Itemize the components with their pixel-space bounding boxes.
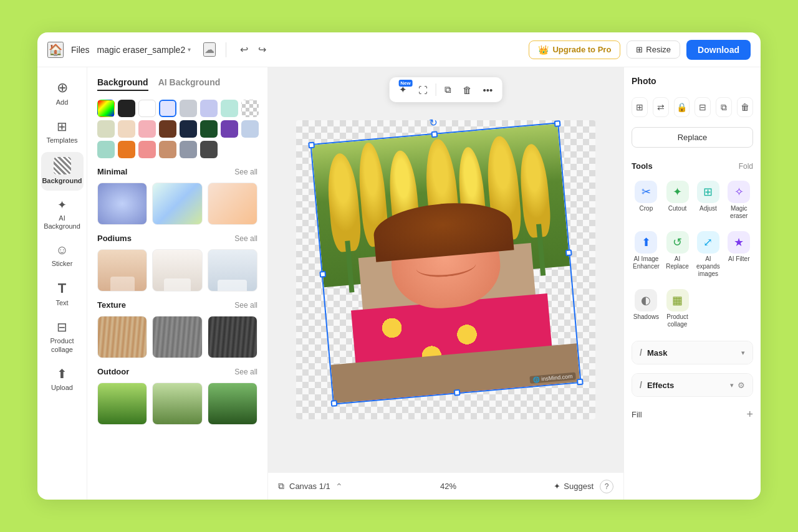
minimal-card-0[interactable] bbox=[97, 183, 147, 225]
swatch-orange[interactable] bbox=[118, 141, 135, 158]
texture-card-1[interactable] bbox=[152, 316, 202, 358]
tab-background[interactable]: Background bbox=[97, 77, 148, 91]
duplicate-button[interactable]: ⧉ bbox=[440, 81, 456, 98]
minimal-see-all[interactable]: See all bbox=[234, 168, 257, 176]
sidebar-item-background[interactable]: Background bbox=[41, 152, 84, 190]
tool-magic-eraser[interactable]: ✧ Magic eraser bbox=[725, 177, 753, 224]
swatch-slate[interactable] bbox=[180, 141, 197, 158]
swatch-lavender[interactable] bbox=[200, 100, 218, 117]
resize-handle-tl[interactable] bbox=[308, 142, 315, 149]
outdoor-card-0[interactable] bbox=[97, 382, 147, 425]
undo-button[interactable]: ↩ bbox=[236, 41, 252, 58]
swatch-brown[interactable] bbox=[159, 120, 176, 138]
tab-ai-background[interactable]: AI Background bbox=[158, 77, 221, 91]
ai-tool-button[interactable]: New ✦ bbox=[395, 81, 411, 98]
texture-see-all[interactable]: See all bbox=[234, 301, 257, 310]
resize-handle-mr[interactable] bbox=[565, 249, 572, 256]
tool-cutout[interactable]: ✦ Cutout bbox=[663, 177, 691, 224]
tool-adjust[interactable]: ⊞ Adjust bbox=[694, 177, 722, 224]
swatch-selected[interactable] bbox=[159, 100, 176, 117]
swatch-mint[interactable] bbox=[221, 100, 238, 117]
swatch-darkgreen[interactable] bbox=[200, 120, 218, 138]
swatch-pink[interactable] bbox=[138, 120, 156, 138]
podium-card-1[interactable] bbox=[152, 249, 202, 292]
sidebar-item-sticker[interactable]: ☺ Sticker bbox=[41, 238, 84, 273]
resize-button[interactable]: ⊞ Resize bbox=[627, 40, 680, 59]
podium-card-2[interactable] bbox=[208, 249, 257, 292]
swatch-purple[interactable] bbox=[221, 120, 238, 138]
fill-add-button[interactable]: + bbox=[746, 408, 753, 421]
resize-handle-bl[interactable] bbox=[330, 400, 337, 407]
tool-crop[interactable]: ✂ Crop bbox=[632, 177, 661, 224]
redo-button[interactable]: ↪ bbox=[254, 41, 270, 58]
sidebar-item-upload[interactable]: ⬆ Upload bbox=[41, 361, 84, 397]
texture-card-2[interactable] bbox=[208, 316, 257, 358]
cloud-save-button[interactable]: ☁ bbox=[203, 42, 216, 57]
upgrade-button[interactable]: 👑 Upgrade to Pro bbox=[529, 40, 620, 59]
trash-tool-btn[interactable]: 🗑 bbox=[737, 97, 753, 117]
mask-collapsible-header[interactable]: / Mask ▾ bbox=[632, 341, 752, 364]
flip-tool-btn[interactable]: ⇄ bbox=[653, 97, 669, 117]
effects-collapsible-header[interactable]: / Effects ▾ ⚙ bbox=[632, 374, 752, 396]
copy-tool-btn[interactable]: ⧉ bbox=[716, 97, 732, 117]
adjust-icon-box: ⊞ bbox=[697, 181, 719, 203]
suggest-button[interactable]: ✦ Suggest bbox=[554, 482, 594, 491]
minimal-card-1[interactable] bbox=[152, 183, 202, 225]
resize-handle-tm[interactable] bbox=[431, 131, 438, 138]
swatch-salmon[interactable] bbox=[138, 141, 156, 158]
resize-handle-br[interactable] bbox=[577, 379, 584, 386]
file-name[interactable]: magic eraser_sample2 ▾ bbox=[97, 45, 191, 55]
outdoor-card-1[interactable] bbox=[152, 382, 202, 425]
delete-button[interactable]: 🗑 bbox=[458, 82, 476, 98]
swatch-transparent[interactable] bbox=[241, 100, 259, 117]
sidebar-item-product-collage[interactable]: ⊟ Product collage bbox=[41, 315, 84, 358]
podiums-see-all[interactable]: See all bbox=[234, 234, 257, 243]
outdoor-card-2[interactable] bbox=[208, 382, 257, 425]
podium-card-0[interactable] bbox=[97, 249, 147, 292]
expand-icon[interactable]: ⌃ bbox=[335, 482, 343, 492]
files-label[interactable]: Files bbox=[71, 45, 90, 55]
layers-icon[interactable]: ⧉ bbox=[278, 481, 284, 492]
swatch-sage[interactable] bbox=[97, 120, 115, 138]
swatch-peach[interactable] bbox=[118, 120, 135, 138]
layers-tool-btn[interactable]: ⊞ bbox=[632, 97, 648, 117]
swatch-teal[interactable] bbox=[97, 141, 115, 158]
help-button[interactable]: ? bbox=[600, 480, 613, 493]
texture-card-0[interactable] bbox=[97, 316, 147, 358]
swatch-rainbow[interactable] bbox=[97, 100, 115, 117]
sidebar-item-templates[interactable]: ⊞ Templates bbox=[41, 114, 84, 150]
sidebar-item-text[interactable]: T Text bbox=[41, 275, 84, 312]
fold-button[interactable]: Fold bbox=[739, 162, 753, 171]
more-options-button[interactable]: ••• bbox=[479, 82, 498, 98]
download-button[interactable]: Download bbox=[686, 40, 751, 60]
resize-handle-ml[interactable] bbox=[319, 271, 326, 278]
effects-settings-icon[interactable]: ⚙ bbox=[738, 381, 745, 390]
home-button[interactable]: 🏠 bbox=[47, 42, 64, 58]
fullscreen-button[interactable]: ⛶ bbox=[414, 82, 432, 98]
swatch-gray[interactable] bbox=[180, 100, 197, 117]
swatch-tan[interactable] bbox=[159, 141, 176, 158]
tool-ai-replace[interactable]: ↺ AI Replace bbox=[663, 227, 691, 282]
swatch-black[interactable] bbox=[118, 100, 135, 117]
sidebar-item-add[interactable]: ⊕ Add bbox=[41, 75, 84, 112]
tool-product-collage[interactable]: ▦ Product collage bbox=[663, 285, 691, 332]
tool-ai-expands[interactable]: ⤢ AI expands images bbox=[694, 227, 722, 282]
tool-shadows[interactable]: ◐ Shadows bbox=[632, 285, 661, 332]
align-tool-btn[interactable]: ⊟ bbox=[695, 97, 711, 117]
outdoor-see-all[interactable]: See all bbox=[234, 368, 257, 376]
undo-redo-group: ↩ ↪ bbox=[236, 41, 270, 58]
minimal-card-2[interactable] bbox=[208, 183, 257, 225]
resize-handle-bm[interactable] bbox=[454, 389, 461, 396]
resize-handle-tr[interactable] bbox=[554, 120, 561, 127]
rotate-handle[interactable]: ↻ bbox=[427, 116, 440, 129]
sidebar-item-ai-background[interactable]: ✦ AI Background bbox=[41, 193, 84, 235]
tool-ai-enhancer[interactable]: ⬆ AI Image Enhancer bbox=[632, 227, 661, 282]
swatch-charcoal[interactable] bbox=[200, 141, 218, 158]
swatch-navy[interactable] bbox=[180, 120, 197, 138]
tool-ai-filter[interactable]: ★ AI Filter bbox=[725, 227, 753, 282]
swatch-lightblue[interactable] bbox=[241, 120, 259, 138]
swatch-white[interactable] bbox=[138, 100, 156, 117]
image-frame[interactable]: ↻ 🌐 insMind.com bbox=[310, 122, 581, 404]
lock-tool-btn[interactable]: 🔒 bbox=[674, 97, 690, 117]
replace-button[interactable]: Replace bbox=[632, 127, 753, 148]
